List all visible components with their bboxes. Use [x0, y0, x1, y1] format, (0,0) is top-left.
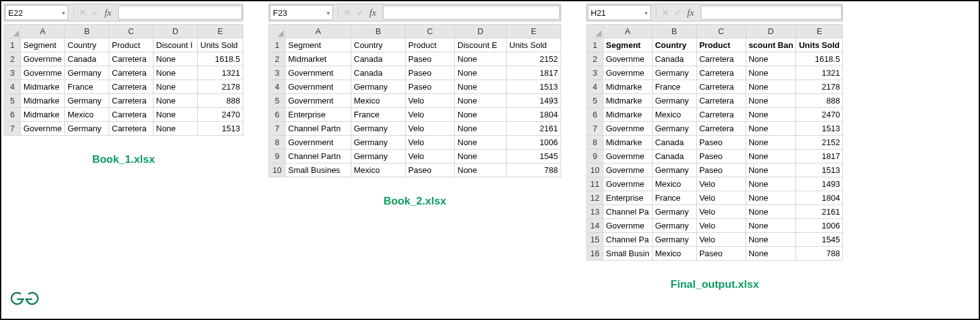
cell[interactable]: Segment	[21, 39, 65, 52]
cell[interactable]: Canada	[65, 52, 109, 66]
cell[interactable]: Midmarke	[21, 94, 65, 108]
cell[interactable]: Carretera	[109, 80, 154, 94]
cell[interactable]: None	[746, 80, 796, 94]
cell[interactable]: None	[154, 80, 198, 94]
cell[interactable]: None	[455, 66, 507, 80]
cell[interactable]: None	[455, 150, 507, 163]
cell[interactable]: 1513	[198, 122, 243, 136]
col-header-B[interactable]: B	[65, 25, 109, 39]
cell[interactable]: None	[746, 219, 796, 233]
cell[interactable]: Velo	[696, 191, 746, 205]
row-header[interactable]: 7	[587, 122, 603, 136]
cell[interactable]: Country	[65, 39, 109, 52]
row-header[interactable]: 8	[269, 136, 286, 150]
cell[interactable]: Germany	[351, 80, 406, 94]
cell[interactable]: Canada	[652, 52, 696, 66]
cell[interactable]: Governme	[603, 66, 653, 80]
row-header[interactable]: 16	[587, 247, 603, 261]
cell[interactable]: Carretera	[696, 80, 746, 94]
cell[interactable]: Carretera	[696, 122, 746, 136]
cell[interactable]: Government	[286, 80, 351, 94]
cell[interactable]: None	[746, 233, 796, 247]
enter-icon[interactable]: ✓	[89, 8, 102, 18]
cell[interactable]: scount Ban	[746, 39, 796, 52]
cell[interactable]: 788	[507, 163, 561, 177]
cell[interactable]: Channel Partn	[286, 122, 351, 136]
cell[interactable]: Carretera	[109, 122, 154, 136]
cell[interactable]: Midmarket	[286, 52, 351, 66]
cell[interactable]: 1817	[507, 66, 561, 80]
cell[interactable]: Germany	[351, 122, 406, 136]
row-header[interactable]: 9	[269, 150, 286, 163]
cell[interactable]: Enterprise	[286, 108, 351, 122]
cell[interactable]: Velo	[406, 136, 455, 150]
cell[interactable]: Paseo	[406, 66, 455, 80]
cell[interactable]: None	[746, 94, 796, 108]
cell[interactable]: 1493	[507, 94, 561, 108]
row-header[interactable]: 8	[587, 136, 603, 150]
cell[interactable]: None	[455, 163, 507, 177]
cell[interactable]: None	[455, 108, 507, 122]
cell[interactable]: France	[652, 80, 696, 94]
cell[interactable]: None	[455, 94, 507, 108]
formula-input[interactable]	[118, 6, 242, 20]
cell[interactable]: Germany	[652, 233, 696, 247]
cell[interactable]: Midmarke	[21, 108, 65, 122]
cell[interactable]: Germany	[65, 122, 109, 136]
cell[interactable]: Mexico	[652, 177, 696, 191]
cell[interactable]: Canada	[351, 66, 406, 80]
cell[interactable]: Carretera	[109, 66, 154, 80]
cell[interactable]: 1618.5	[198, 52, 243, 66]
row-header[interactable]: 14	[587, 219, 603, 233]
row-header[interactable]: 3	[4, 66, 21, 80]
row-header[interactable]: 2	[587, 52, 603, 66]
cell[interactable]: Mexico	[351, 94, 406, 108]
cell[interactable]: Velo	[406, 150, 455, 163]
col-header-D[interactable]: D	[455, 25, 507, 39]
cell[interactable]: Units Sold	[507, 39, 561, 52]
col-header-A[interactable]: A	[21, 25, 65, 39]
cell[interactable]: Velo	[406, 94, 455, 108]
formula-input[interactable]	[383, 6, 560, 20]
cell[interactable]: Paseo	[406, 80, 455, 94]
cell[interactable]: Germany	[351, 150, 406, 163]
cell[interactable]: None	[455, 80, 507, 94]
cell[interactable]: None	[154, 66, 198, 80]
cell[interactable]: None	[746, 205, 796, 219]
spreadsheet-grid[interactable]: ABCDE1SegmentCountryProductDiscount EUni…	[269, 24, 561, 177]
row-header[interactable]: 11	[587, 177, 603, 191]
cell[interactable]: 1618.5	[796, 52, 843, 66]
col-header-A[interactable]: A	[603, 25, 653, 39]
cell[interactable]: Product	[696, 39, 746, 52]
cell[interactable]: Mexico	[652, 247, 696, 261]
cell[interactable]: Germany	[65, 66, 109, 80]
cell[interactable]: Mexico	[652, 108, 696, 122]
col-header-D[interactable]: D	[154, 25, 198, 39]
row-header[interactable]: 1	[4, 39, 21, 52]
cell[interactable]: 1804	[796, 191, 843, 205]
cell[interactable]: 1513	[796, 163, 843, 177]
cell[interactable]: Product	[406, 39, 455, 52]
col-header-B[interactable]: B	[351, 25, 406, 39]
col-header-A[interactable]: A	[286, 25, 351, 39]
cell[interactable]: Paseo	[696, 136, 746, 150]
cell[interactable]: Discount I	[154, 39, 198, 52]
cell[interactable]: Paseo	[696, 150, 746, 163]
cell[interactable]: France	[652, 191, 696, 205]
cell[interactable]: 1545	[507, 150, 561, 163]
row-header[interactable]: 4	[587, 80, 603, 94]
cell[interactable]: Discount E	[455, 39, 507, 52]
cell[interactable]: Channel Pa	[603, 233, 653, 247]
row-header[interactable]: 2	[4, 52, 21, 66]
cell[interactable]: Units Sold	[796, 39, 843, 52]
cell[interactable]: Enterprise	[603, 191, 653, 205]
row-header[interactable]: 6	[269, 108, 286, 122]
select-all-corner[interactable]	[587, 25, 603, 39]
cell[interactable]: 1817	[796, 150, 843, 163]
cell[interactable]: None	[455, 52, 507, 66]
cell[interactable]: Product	[109, 39, 154, 52]
cell[interactable]: 1804	[507, 108, 561, 122]
col-header-E[interactable]: E	[198, 25, 243, 39]
cell[interactable]: Midmarke	[603, 94, 653, 108]
name-box[interactable]: F23▾	[270, 5, 333, 20]
